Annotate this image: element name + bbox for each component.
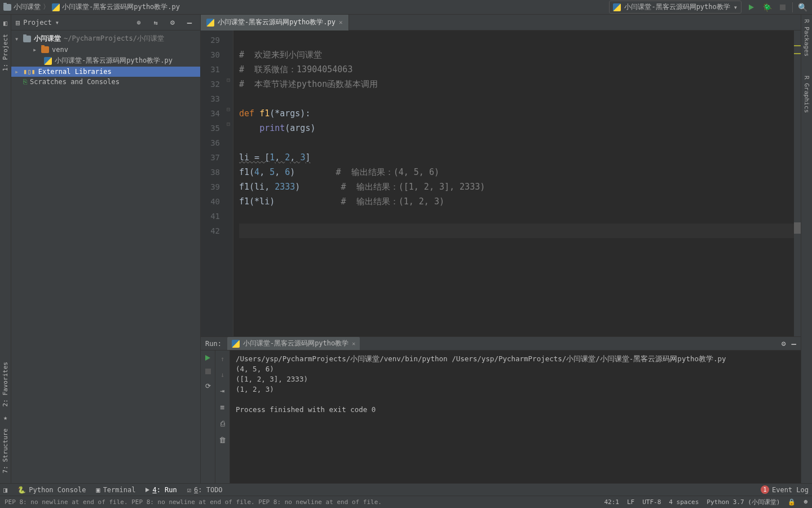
event-log-label: Event Log [772, 486, 809, 494]
breadcrumb: 小闫课堂 〉 小闫课堂-黑客云源码网pytho教学.py [3, 2, 609, 12]
locate-icon[interactable]: ⊕ [133, 16, 145, 29]
left-stripe-project[interactable]: 1: Project [2, 34, 9, 71]
stop-button[interactable] [776, 1, 789, 14]
bottom-tab-terminal[interactable]: ▣ Terminal [96, 486, 135, 494]
scroll-thumb[interactable] [794, 222, 801, 234]
run-button[interactable] [745, 1, 757, 14]
bottom-tab-python-console-label: Python Console [29, 486, 86, 494]
expand-icon[interactable]: ⇆ [149, 16, 162, 29]
close-icon[interactable]: ✕ [339, 19, 343, 26]
run-config-selector[interactable]: 小闫课堂-黑客云源码网pytho教学 ▾ [609, 1, 742, 14]
arrow-up-icon[interactable]: ↑ [220, 355, 224, 363]
bug-icon: 🪲 [762, 3, 772, 12]
main-area: ◧ 1: Project 2: Favorites ★ 7: Structure… [0, 15, 812, 483]
run-config-label: 小闫课堂-黑客云源码网pytho教学 [624, 2, 730, 12]
separator [792, 2, 793, 12]
debug-button[interactable]: 🪲 [761, 1, 773, 14]
scratch-icon: ⎘ [23, 78, 27, 86]
tree-external-libraries[interactable]: ▸ ▮▯▮ External Libraries [11, 67, 200, 77]
right-tool-stripe: R Packages R Graphics [801, 15, 812, 483]
project-header: ▤ Project ▾ ⊕ ⇆ ⚙ — [11, 15, 200, 30]
run-tool-window: Run: 小闫课堂-黑客云源码网pytho教学 ✕ ⚙ — ⟳ ↑ [201, 336, 801, 483]
line-numbers: 2930313233343536373839404142 [201, 30, 226, 336]
trash-icon[interactable]: 🗑 [219, 436, 226, 444]
play-icon [749, 5, 754, 10]
python-icon [206, 19, 214, 27]
search-icon: 🔍 [798, 3, 807, 12]
right-stripe-rgraphics[interactable]: R Graphics [803, 76, 810, 113]
bottom-tab-todo[interactable]: ☑ 6: TODO [187, 486, 223, 494]
run-tab-label: 小闫课堂-黑客云源码网pytho教学 [243, 339, 348, 348]
tree-venv[interactable]: ▸ venv [11, 45, 200, 55]
tree-venv-label: venv [52, 46, 68, 54]
run-body: ⟳ ↑ ↓ ⇥ ≡ ⎙ 🗑 /Users/ysp/PycharmProjects… [201, 351, 801, 483]
play-icon [145, 488, 149, 492]
editor-tab-label: 小闫课堂-黑客云源码网pytho教学.py [218, 17, 336, 27]
tree-project-path: ~/PycharmProjects/小闫课堂 [64, 34, 164, 43]
bottom-tab-terminal-label: Terminal [103, 486, 136, 494]
arrow-right-icon: ▸ [15, 68, 20, 76]
run-header: Run: 小闫课堂-黑客云源码网pytho教学 ✕ ⚙ — [201, 337, 801, 351]
restart-icon[interactable]: ⟳ [205, 382, 211, 390]
breadcrumb-file-label: 小闫课堂-黑客云源码网pytho教学.py [62, 2, 180, 12]
stop-icon [780, 5, 785, 10]
editor-tab[interactable]: 小闫课堂-黑客云源码网pytho教学.py ✕ [201, 15, 349, 30]
run-tab[interactable]: 小闫课堂-黑客云源码网pytho教学 ✕ [227, 337, 360, 350]
run-toolbar-left2: ↑ ↓ ⇥ ≡ ⎙ 🗑 [215, 351, 230, 483]
status-pep8: PEP 8: no newline at end of file. PEP 8:… [5, 498, 382, 506]
console-output[interactable]: /Users/ysp/PycharmProjects/小闫课堂/venv/bin… [230, 351, 801, 483]
scroll-to-end-icon[interactable]: ≡ [220, 403, 225, 411]
tree-file[interactable]: 小闫课堂-黑客云源码网pytho教学.py [11, 55, 200, 67]
left-stripe-favorites[interactable]: 2: Favorites [2, 362, 9, 406]
editor-tabs: 小闫课堂-黑客云源码网pytho教学.py ✕ [201, 15, 801, 30]
code-editor[interactable]: # 欢迎来到小闫课堂# 联系微信：13904054063# 本章节讲述pytho… [233, 30, 801, 336]
hide-icon[interactable]: — [183, 16, 196, 29]
breadcrumb-root[interactable]: 小闫课堂 [3, 2, 41, 12]
status-interpreter[interactable]: Python 3.7 (小闫课堂) [707, 498, 780, 506]
bottom-tab-run[interactable]: 4: Run [145, 486, 176, 494]
close-icon[interactable]: ✕ [352, 340, 355, 347]
tree-file-label: 小闫课堂-黑客云源码网pytho教学.py [55, 56, 173, 65]
folder-icon [41, 46, 49, 53]
left-tool-stripe: ◧ 1: Project 2: Favorites ★ 7: Structure [0, 15, 11, 483]
tree-project-root[interactable]: ▾ 小闫课堂 ~/PycharmProjects/小闫课堂 [11, 33, 200, 45]
chevron-right-icon: 〉 [43, 2, 50, 12]
todo-icon: ☑ [187, 486, 191, 494]
soft-wrap-icon[interactable]: ⇥ [220, 387, 225, 395]
panel-icon[interactable]: ◧ [3, 19, 7, 27]
bottom-tab-python-console[interactable]: 🐍 Python Console [17, 486, 86, 494]
arrow-down-icon[interactable]: ↓ [220, 371, 224, 379]
left-stripe-structure[interactable]: 7: Structure [2, 428, 9, 473]
navigation-bar: 小闫课堂 〉 小闫课堂-黑客云源码网pytho教学.py 小闫课堂-黑客云源码网… [0, 0, 812, 15]
rerun-button[interactable] [205, 355, 210, 361]
gear-icon[interactable]: ⚙ [166, 16, 179, 29]
error-badge: 1 [761, 485, 769, 494]
gear-icon[interactable]: ⚙ [782, 339, 786, 348]
status-line-separator[interactable]: LF [627, 498, 634, 506]
hide-icon[interactable]: — [792, 339, 796, 348]
bottom-tab-todo-label: 6: TODO [194, 486, 223, 494]
project-tool-window: ▤ Project ▾ ⊕ ⇆ ⚙ — ▾ 小闫课堂 ~/PycharmProj… [11, 15, 201, 483]
editor-body: 2930313233343536373839404142 ⊟⊟⊟ # 欢迎来到小… [201, 30, 801, 336]
lock-icon[interactable]: 🔒 [788, 498, 796, 506]
breadcrumb-file[interactable]: 小闫课堂-黑客云源码网pytho教学.py [52, 2, 180, 12]
tree-scratches[interactable]: ⎘ Scratches and Consoles [11, 77, 200, 87]
python-icon [613, 3, 621, 11]
event-log[interactable]: 1 Event Log [761, 485, 809, 494]
arrow-down-icon: ▾ [15, 35, 20, 43]
status-indent[interactable]: 4 spaces [669, 498, 699, 506]
print-icon[interactable]: ⎙ [220, 419, 225, 428]
chevron-down-icon[interactable]: ▾ [55, 19, 59, 27]
right-stripe-rpackages[interactable]: R Packages [803, 19, 810, 56]
search-everywhere-button[interactable]: 🔍 [796, 1, 809, 14]
editor-area: 小闫课堂-黑客云源码网pytho教学.py ✕ 2930313233343536… [201, 15, 801, 483]
inspector-icon[interactable]: ☻ [804, 498, 807, 506]
library-icon: ▮▯▮ [23, 68, 36, 76]
editor-scrollbar[interactable] [794, 30, 801, 336]
status-encoding[interactable]: UTF-8 [642, 498, 661, 506]
stop-button[interactable] [205, 369, 211, 374]
panel-icon[interactable]: ◨ [3, 486, 7, 494]
project-tree[interactable]: ▾ 小闫课堂 ~/PycharmProjects/小闫课堂 ▸ venv 小闫课… [11, 30, 200, 89]
status-cursor-pos[interactable]: 42:1 [604, 498, 619, 506]
project-title: Project [23, 19, 52, 27]
